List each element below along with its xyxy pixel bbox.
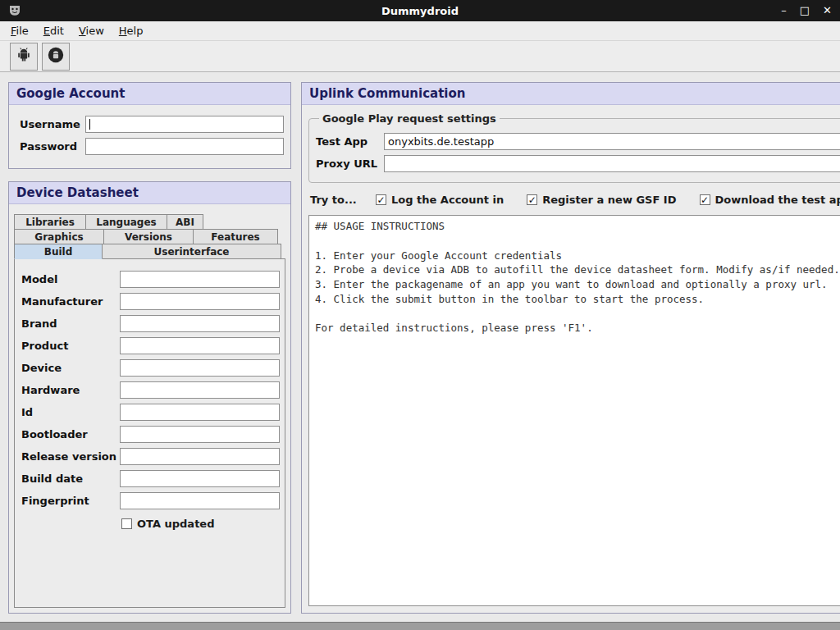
right-column: Uplink Communication Google Play request… (301, 82, 832, 614)
google-play-settings-group: Google Play request settings Test App Pr… (308, 112, 840, 183)
download-test-app-checkbox[interactable] (700, 194, 710, 205)
test-app-label: Test App (316, 135, 384, 148)
tab-row-2: Graphics Versions Features (14, 229, 285, 244)
uplink-communication-panel: Uplink Communication Google Play request… (301, 82, 840, 614)
menu-view[interactable]: View (71, 23, 112, 39)
hardware-row: Hardware (21, 381, 285, 399)
tab-row-3: Build Userinterface (14, 244, 285, 258)
try-to-label: Try to... (310, 194, 376, 206)
tab-versions[interactable]: Versions (103, 229, 194, 244)
menu-file[interactable]: File (3, 23, 36, 39)
username-row: Username (20, 116, 284, 133)
register-gsf-group: Register a new GSF ID (527, 194, 676, 206)
id-row: Id (21, 404, 285, 421)
build-date-row: Build date (21, 470, 285, 487)
uplink-title: Uplink Communication (302, 83, 840, 105)
download-test-app-group: Download the test app (700, 194, 840, 206)
test-app-input[interactable] (384, 133, 840, 150)
manufacturer-row: Manufacturer (21, 293, 285, 310)
google-account-body: Username Password (9, 105, 290, 168)
model-input[interactable] (120, 271, 280, 288)
window-title: Dummydroid (0, 5, 840, 17)
product-label: Product (21, 340, 120, 352)
username-label: Username (20, 118, 85, 130)
probe-device-button[interactable] (10, 43, 38, 71)
log-account-checkbox[interactable] (376, 194, 386, 205)
fingerprint-input[interactable] (120, 492, 280, 509)
app-window: Dummydroid – □ ✕ File Edit View Help (0, 0, 840, 623)
release-version-label: Release version (21, 450, 120, 463)
product-input[interactable] (120, 337, 280, 354)
submit-button[interactable] (42, 43, 70, 71)
ota-updated-label: OTA updated (137, 518, 214, 530)
android-probe-icon (15, 46, 33, 66)
tab-graphics[interactable]: Graphics (14, 229, 104, 244)
log-account-group: Log the Account in (376, 194, 504, 206)
submit-run-icon (47, 46, 65, 66)
device-datasheet-panel: Device Datasheet Libraries Languages ABI… (8, 181, 291, 614)
password-input-wrap (85, 138, 284, 155)
tab-libraries[interactable]: Libraries (14, 214, 86, 230)
maximize-button[interactable]: □ (800, 0, 810, 21)
username-input-wrap (85, 116, 284, 133)
release-version-row: Release version (21, 448, 285, 465)
window-controls: – □ ✕ (781, 0, 832, 21)
try-to-row: Try to... Log the Account in Register a … (310, 194, 840, 206)
main-content: Google Account Username Password (0, 72, 840, 622)
window-icon (8, 4, 21, 17)
tab-languages[interactable]: Languages (85, 214, 167, 230)
hardware-input[interactable] (120, 381, 280, 399)
log-account-label: Log the Account in (391, 194, 504, 206)
build-tab-content: Model Manufacturer Brand Product (14, 258, 285, 608)
text-caret (89, 119, 90, 130)
toolbar (0, 41, 840, 72)
device-datasheet-title: Device Datasheet (9, 182, 290, 204)
proxy-url-row: Proxy URL (316, 155, 840, 172)
device-row: Device (21, 359, 285, 377)
test-app-row: Test App (316, 133, 840, 150)
bootloader-input[interactable] (120, 426, 280, 443)
fingerprint-row: Fingerprint (21, 492, 285, 509)
tab-abi[interactable]: ABI (167, 214, 203, 230)
password-input[interactable] (85, 138, 284, 155)
register-gsf-label: Register a new GSF ID (542, 194, 676, 206)
proxy-url-label: Proxy URL (316, 158, 384, 170)
tab-userinterface[interactable]: Userinterface (102, 244, 281, 259)
google-play-settings-legend: Google Play request settings (319, 112, 500, 125)
device-label: Device (21, 362, 120, 374)
device-input[interactable] (120, 359, 280, 377)
register-gsf-checkbox[interactable] (527, 194, 537, 205)
username-input[interactable] (85, 116, 284, 133)
id-input[interactable] (120, 404, 280, 421)
proxy-url-input[interactable] (384, 155, 840, 172)
menu-help[interactable]: Help (112, 23, 151, 39)
download-test-app-label: Download the test app (715, 194, 840, 206)
minimize-button[interactable]: – (781, 0, 787, 21)
google-account-title: Google Account (9, 83, 290, 105)
model-row: Model (21, 271, 285, 288)
manufacturer-input[interactable] (120, 293, 280, 310)
build-date-input[interactable] (120, 470, 280, 487)
release-version-input[interactable] (120, 448, 280, 465)
hardware-label: Hardware (21, 384, 120, 396)
manufacturer-label: Manufacturer (21, 295, 120, 308)
bootloader-row: Bootloader (21, 426, 285, 443)
menu-edit[interactable]: Edit (36, 23, 71, 39)
brand-label: Brand (21, 317, 120, 330)
password-row: Password (20, 138, 284, 155)
close-button[interactable]: ✕ (823, 0, 832, 21)
model-label: Model (21, 273, 120, 285)
password-label: Password (20, 140, 85, 153)
tab-build[interactable]: Build (14, 244, 103, 259)
fingerprint-label: Fingerprint (21, 495, 120, 507)
brand-input[interactable] (120, 315, 280, 332)
product-row: Product (21, 337, 285, 354)
left-column: Google Account Username Password (8, 82, 291, 614)
datasheet-tabpane: Libraries Languages ABI Graphics Version… (14, 214, 285, 608)
tab-features[interactable]: Features (193, 229, 278, 244)
id-label: Id (21, 406, 120, 418)
instructions-textarea[interactable]: ## USAGE INSTRUCTIONS 1. Enter your Goog… (308, 215, 840, 606)
ota-updated-checkbox[interactable] (121, 518, 132, 529)
bootloader-label: Bootloader (21, 428, 120, 441)
ota-row: OTA updated (121, 518, 285, 530)
